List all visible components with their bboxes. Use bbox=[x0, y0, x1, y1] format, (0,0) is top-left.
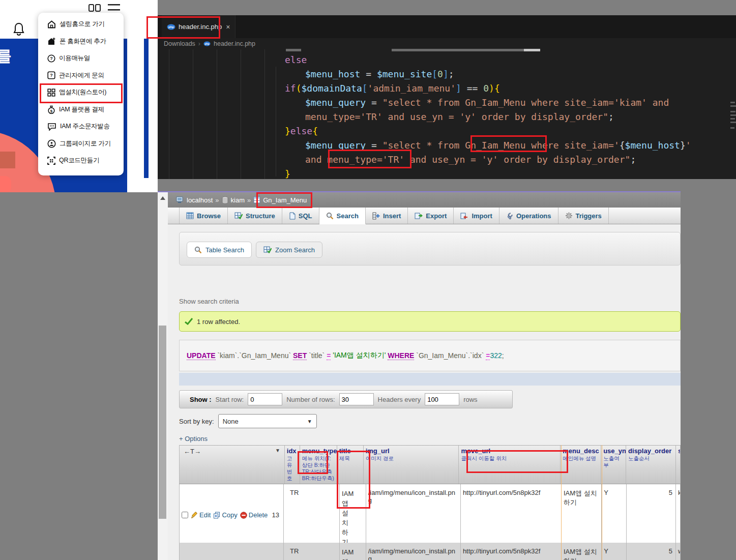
code-editor[interactable]: else$menu_host = $menu_site[0];if($domai… bbox=[158, 49, 736, 179]
pma-breadcrumb: localhost»kiam»Gn_Iam_Menu bbox=[168, 192, 681, 208]
code-line: $menu_query = "select * from Gn_Iam_Menu… bbox=[305, 138, 691, 153]
hero-banner-edge bbox=[144, 39, 149, 178]
column-desc: 이미지 경로 bbox=[366, 455, 457, 462]
menu-item-8[interactable]: 그룹페이지로 가기 bbox=[38, 135, 124, 153]
tab-label: Search bbox=[337, 212, 359, 220]
rows-label: rows bbox=[463, 396, 477, 403]
vscode-breadcrumb: Downloads › php header.inc.php bbox=[158, 38, 736, 49]
menu-item-1[interactable]: 셀링홈으로 가기 bbox=[38, 16, 124, 33]
server-icon bbox=[176, 196, 184, 203]
column-header-use_yn[interactable]: use_yn노출여부 bbox=[601, 446, 626, 484]
tab-import[interactable]: Import bbox=[454, 208, 499, 224]
minimap[interactable] bbox=[730, 102, 735, 103]
column-header-idx[interactable]: idx고유 번호 bbox=[285, 446, 300, 484]
row-action-delete[interactable]: Delete bbox=[240, 511, 268, 519]
tab-browse[interactable]: Browse bbox=[179, 208, 228, 224]
table-row: EditCopyDelete13TRIAM앱설치하기/iam/img/menu/… bbox=[179, 484, 681, 543]
menu-item-7[interactable]: IAM 주소문자발송 bbox=[38, 118, 124, 135]
code-line: $menu_query = "select * from Gn_Iam_Menu… bbox=[305, 96, 669, 110]
column-header-move_url[interactable]: move_url클릭시 이동할 위치 bbox=[459, 446, 561, 484]
menu-item-6[interactable]: $IAM 플랫폼 결제 bbox=[38, 101, 124, 119]
zoom-search-icon bbox=[263, 246, 272, 253]
code-line: if($domainData['admin_iam_menu'] == 0){ bbox=[285, 81, 500, 96]
tab-close-icon[interactable]: × bbox=[226, 23, 230, 31]
menu-item-3[interactable]: ?이용매뉴얼 bbox=[38, 50, 124, 67]
menu-item-9[interactable]: QR코드만들기 bbox=[38, 152, 124, 169]
tab-sql[interactable]: SQL bbox=[282, 208, 319, 224]
subtab-table-search[interactable]: Table Search bbox=[187, 242, 252, 258]
cell-use_yn: Y bbox=[602, 543, 627, 560]
svg-text:php: php bbox=[168, 25, 174, 28]
tab-triggers[interactable]: Triggers bbox=[558, 208, 609, 224]
breadcrumb-folder[interactable]: Downloads bbox=[164, 40, 195, 47]
breadcrumb-kiam[interactable]: kiam bbox=[231, 196, 245, 204]
tab-export[interactable]: Export bbox=[408, 208, 454, 224]
column-header-s[interactable]: s bbox=[676, 446, 681, 484]
num-rows-input[interactable] bbox=[339, 393, 374, 405]
money-bag-icon: $ bbox=[47, 105, 55, 114]
qr-icon bbox=[47, 157, 55, 165]
column-desc: 메뉴 위치(T:상단 B:하단 TR:상단우측 BR:하단우측) bbox=[302, 455, 335, 482]
tab-search[interactable]: Search bbox=[319, 208, 366, 224]
options-link[interactable]: + Options bbox=[179, 435, 208, 443]
cell-idx bbox=[284, 484, 288, 543]
tab-label: Structure bbox=[246, 212, 275, 220]
cell-img_url: /iam/img/menu/icon_install.png bbox=[366, 484, 461, 543]
insert-tab-icon bbox=[372, 212, 380, 220]
action-label: Copy bbox=[222, 511, 237, 519]
svg-text:php: php bbox=[204, 43, 209, 45]
subtab-label: Zoom Search bbox=[275, 246, 315, 254]
db-icon bbox=[222, 196, 228, 204]
column-header-title[interactable]: title제목 bbox=[337, 446, 364, 484]
cell-menu_desc: IAM앱 설치하기 bbox=[562, 484, 602, 543]
chat-icon bbox=[47, 123, 56, 131]
scrollbar-up-arrow[interactable] bbox=[160, 196, 165, 200]
row-checkbox[interactable] bbox=[182, 512, 188, 518]
column-name: use_yn bbox=[603, 447, 624, 455]
breadcrumb-localhost[interactable]: localhost bbox=[187, 196, 213, 204]
tab-structure[interactable]: Structure bbox=[228, 208, 282, 224]
breadcrumb-gn_iam_menu[interactable]: Gn_Iam_Menu bbox=[263, 196, 307, 204]
menu-item-5[interactable]: 앱설치(원스토어) bbox=[38, 84, 124, 101]
cell-display_order: 5 bbox=[627, 484, 676, 543]
row-action-copy[interactable]: Copy bbox=[213, 511, 237, 519]
sort-desc-icon[interactable]: ▼ bbox=[275, 448, 280, 482]
column-name: img_url bbox=[366, 447, 457, 455]
question-square-icon: ? bbox=[47, 71, 55, 79]
column-header-menu_type[interactable]: menu_type메뉴 위치(T:상단 B:하단 TR:상단우측 BR:하단우측… bbox=[300, 446, 337, 484]
column-header-display_order[interactable]: display_order노출순서 bbox=[626, 446, 676, 484]
pma-scrollbar[interactable] bbox=[158, 192, 168, 560]
column-name: title bbox=[339, 447, 361, 455]
hamburger-menu-icon[interactable] bbox=[108, 4, 120, 12]
notification-bell-icon[interactable] bbox=[13, 22, 24, 36]
headers-every-input[interactable] bbox=[425, 393, 459, 405]
breadcrumb-file[interactable]: header.inc.php bbox=[214, 40, 255, 47]
menu-item-4[interactable]: ?관리자에게 문의 bbox=[38, 67, 124, 84]
editor-tab-header-inc-php[interactable]: php header.inc.php × bbox=[162, 15, 235, 38]
export-tab-icon bbox=[415, 212, 423, 219]
svg-text:?: ? bbox=[50, 56, 53, 61]
tab-label: Browse bbox=[197, 212, 221, 220]
column-name: move_url bbox=[461, 447, 558, 455]
tab-insert[interactable]: Insert bbox=[366, 208, 408, 224]
start-row-input[interactable] bbox=[248, 393, 282, 405]
subtab-zoom-search[interactable]: Zoom Search bbox=[256, 242, 322, 258]
success-message: 1 row affected. bbox=[179, 311, 681, 332]
show-search-criteria-link[interactable]: Show search criteria bbox=[179, 298, 239, 305]
row-action-edit[interactable]: Edit bbox=[191, 511, 211, 519]
sort-key-select[interactable]: None ▼ bbox=[218, 414, 317, 428]
tab-operations[interactable]: Operations bbox=[499, 208, 558, 224]
menu-item-2[interactable]: 폰 홈화면에 추가 bbox=[38, 33, 124, 50]
title-line: 하 bbox=[342, 527, 364, 537]
column-header-menu_desc[interactable]: menu_desc메인메뉴 설명 bbox=[561, 446, 601, 484]
pma-content: Table SearchZoom Search Show search crit… bbox=[168, 224, 681, 560]
delete-icon bbox=[240, 512, 247, 519]
tabs-count-icon[interactable] bbox=[89, 4, 101, 12]
scrollbar-thumb[interactable] bbox=[159, 326, 166, 519]
num-rows-label: Number of rows: bbox=[286, 396, 335, 403]
column-desc: 노출여부 bbox=[603, 455, 624, 468]
column-nav-arrows[interactable]: ←T→ bbox=[184, 448, 201, 482]
search-tab-icon bbox=[326, 212, 334, 220]
cell-title: IAM앱설치하기 bbox=[340, 484, 366, 543]
column-header-img_url[interactable]: img_url이미지 경로 bbox=[364, 446, 459, 484]
